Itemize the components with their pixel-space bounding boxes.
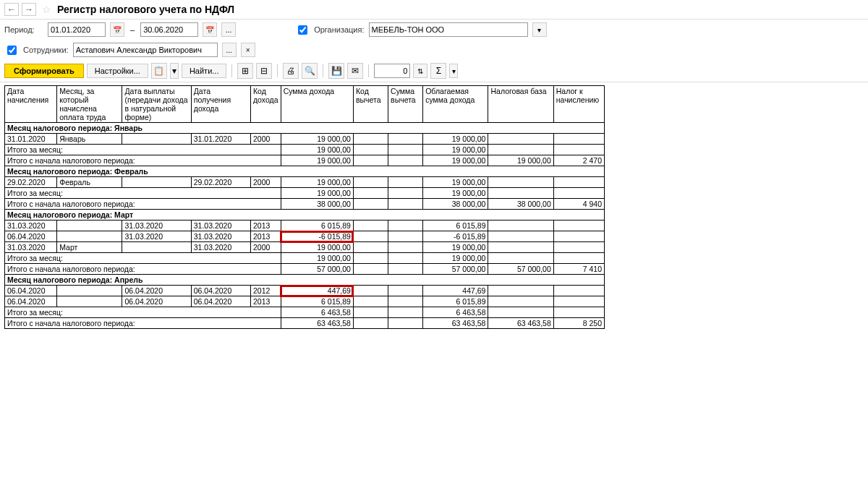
save-icon[interactable]: 💾	[328, 63, 344, 79]
month-total-row: Итого за месяц:19 000,0019 000,00	[5, 253, 605, 264]
col-accrual-date: Дата начисления	[5, 86, 57, 123]
variants-icon[interactable]: 📋	[151, 63, 167, 79]
col-taxable-sum: Облагаемая сумма дохода	[423, 86, 488, 123]
col-deduction-sum: Сумма вычета	[388, 86, 423, 123]
month-header-row: Месяц налогового периода: Январь	[5, 123, 605, 134]
col-income-code: Код дохода	[250, 86, 281, 123]
period-label: Период:	[4, 25, 43, 34]
data-row: 31.01.2020Январь31.01.2020200019 000,001…	[5, 134, 605, 145]
month-header-row: Месяц налогового периода: Апрель	[5, 275, 605, 286]
find-button[interactable]: Найти...	[182, 64, 227, 78]
emp-select-button[interactable]: ...	[222, 43, 237, 57]
period-select-button[interactable]: ...	[221, 22, 236, 37]
month-total-row: Итого за месяц:6 463,586 463,58	[5, 307, 605, 318]
emp-label: Сотрудники:	[23, 46, 69, 54]
data-row: 06.04.202006.04.202006.04.202020136 015,…	[5, 296, 605, 307]
col-tax-base: Налоговая база	[488, 86, 553, 123]
settings-button[interactable]: Настройки...	[87, 64, 148, 78]
date-to-input[interactable]	[140, 22, 198, 37]
col-receive-date: Дата получения дохода	[191, 86, 250, 123]
col-tax-amount: Налог к начислению	[553, 86, 604, 123]
col-month: Месяц, за который начислена оплата труда	[57, 86, 122, 123]
org-checkbox[interactable]	[298, 25, 307, 35]
print-icon[interactable]: 🖨	[283, 63, 299, 79]
variants-dropdown-icon[interactable]: ▾	[170, 63, 179, 79]
org-field[interactable]	[369, 22, 528, 37]
separator	[368, 64, 369, 77]
month-total-row: Итого за месяц:19 000,0019 000,00	[5, 188, 605, 199]
expand-icon[interactable]: ⊞	[237, 63, 253, 79]
separator	[231, 64, 232, 77]
period-total-row: Итого с начала налогового периода:57 000…	[5, 264, 605, 275]
data-row: 06.04.202006.04.202006.04.20202012447,69…	[5, 286, 605, 296]
header-row: Дата начисления Месяц, за который начисл…	[5, 86, 605, 123]
emp-checkbox[interactable]	[7, 46, 17, 55]
collapse-icon[interactable]: ⊟	[256, 63, 272, 79]
col-pay-date: Дата выплаты (передачи дохода в натураль…	[122, 86, 191, 123]
count-stepper[interactable]: ⇅	[413, 64, 427, 78]
dash: –	[130, 25, 135, 34]
period-total-row: Итого с начала налогового периода:38 000…	[5, 199, 605, 210]
emp-field[interactable]	[73, 43, 218, 57]
data-row: 31.03.2020Март31.03.2020200019 000,0019 …	[5, 242, 605, 253]
month-header-row: Месяц налогового периода: Март	[5, 210, 605, 221]
calendar-to-icon[interactable]: 📅	[203, 22, 217, 37]
report-table: Дата начисления Месяц, за который начисл…	[4, 85, 605, 329]
data-row: 29.02.2020Февраль29.02.2020200019 000,00…	[5, 177, 605, 188]
emp-clear-button[interactable]: ×	[241, 43, 255, 57]
data-row: 31.03.202031.03.202031.03.202020136 015,…	[5, 221, 605, 231]
count-input[interactable]	[374, 64, 410, 78]
sum-dropdown-icon[interactable]: ▾	[449, 64, 458, 78]
month-header-row: Месяц налогового периода: Февраль	[5, 166, 605, 177]
period-total-row: Итого с начала налогового периода:63 463…	[5, 318, 605, 329]
separator	[323, 64, 323, 77]
preview-icon[interactable]: 🔍	[302, 63, 318, 79]
month-total-row: Итого за месяц:19 000,0019 000,00	[5, 145, 605, 155]
page-title: Регистр налогового учета по НДФЛ	[57, 4, 234, 15]
org-label: Организация:	[314, 25, 364, 34]
col-deduction-code: Код вычета	[353, 86, 388, 123]
favorite-star-icon[interactable]: ☆	[42, 4, 51, 15]
email-icon[interactable]: ✉	[347, 63, 363, 79]
col-income-sum: Сумма дохода	[281, 86, 353, 123]
nav-back-button[interactable]: ←	[4, 3, 19, 16]
separator	[277, 64, 278, 77]
org-dropdown-icon[interactable]: ▾	[532, 22, 547, 37]
data-row: 06.04.202031.03.202031.03.20202013-6 015…	[5, 231, 605, 242]
form-button[interactable]: Сформировать	[4, 64, 84, 78]
calendar-from-icon[interactable]: 📅	[110, 22, 124, 37]
nav-forward-button[interactable]: →	[22, 3, 36, 16]
sum-icon[interactable]: Σ	[430, 63, 446, 79]
date-from-input[interactable]	[48, 22, 106, 37]
period-total-row: Итого с начала налогового периода:19 000…	[5, 155, 605, 166]
